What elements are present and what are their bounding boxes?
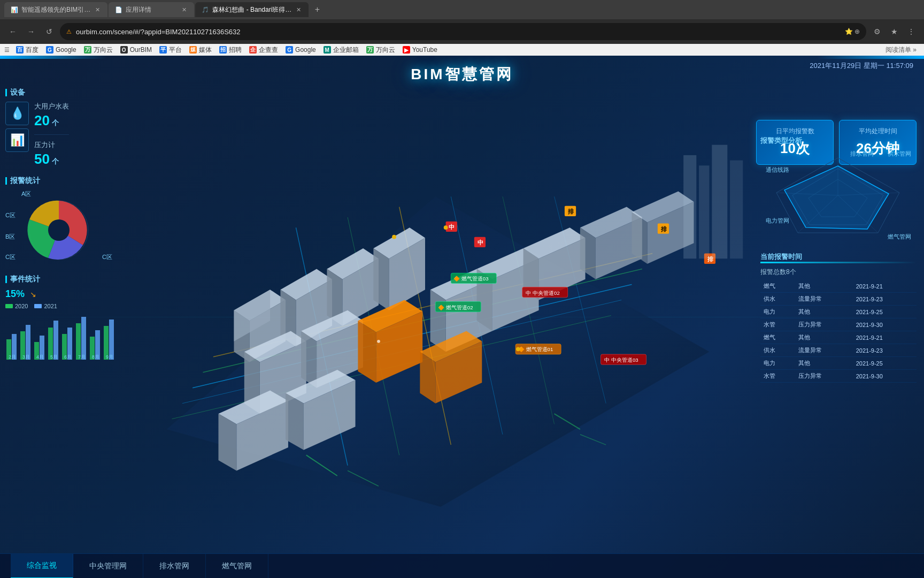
svg-marker-58 xyxy=(373,248,389,310)
left-panel: 设备 💧 📊 大用户水表 xyxy=(0,56,134,578)
alert-subtype-7: 其他 xyxy=(795,357,852,370)
nav-tab-drainage[interactable]: 排水管网 xyxy=(143,554,206,579)
bookmark-google2[interactable]: G Google xyxy=(282,45,319,55)
alert-type-6: 供水 xyxy=(760,344,795,357)
wanxiangyun-icon: 万 xyxy=(84,46,91,54)
svg-rect-17 xyxy=(109,320,114,360)
svg-text:3月: 3月 xyxy=(22,354,30,360)
tab-close-app[interactable]: ✕ xyxy=(180,6,188,13)
pressure-unit: 个 xyxy=(52,157,59,166)
svg-point-119 xyxy=(377,340,380,343)
extensions-button[interactable]: ⚙ xyxy=(869,24,884,39)
back-button[interactable]: ← xyxy=(5,24,20,39)
bookmark-wanxiangyun[interactable]: 万 万向云 xyxy=(81,44,116,56)
bookmark-qicha[interactable]: 企 企查查 xyxy=(246,44,281,56)
bookmark-wanxiangyun2[interactable]: 万 万向云 xyxy=(363,44,398,56)
scene-3d[interactable]: 排 排 排 中 中 🔶 燃气管道03 🔶 燃气管道02 xyxy=(128,93,753,553)
radar-svg xyxy=(760,150,915,241)
alert-date-5: 2021-9-21 xyxy=(853,331,917,344)
svg-text:🔶 燃气管道01: 🔶 燃气管道01 xyxy=(518,346,553,353)
alert-time-bar xyxy=(760,262,917,263)
zone-c2: C区 xyxy=(5,253,16,261)
legend-2021: 2021 xyxy=(34,303,57,309)
forward-button[interactable]: → xyxy=(24,24,38,39)
new-tab-button[interactable]: + xyxy=(310,2,325,17)
nav-tab-comprehensive[interactable]: 综合监视 xyxy=(11,554,73,579)
svg-line-114 xyxy=(580,435,606,445)
svg-rect-13 xyxy=(81,317,86,360)
table-row: 供水 流量异常 2021-9-23 xyxy=(760,344,917,357)
alert-table: 燃气 其他 2021-9-21 供水 流量异常 2021-9-23 电力 其他 xyxy=(760,280,917,383)
bim-main: BIM智慧管网 2021年11月29日 星期一 11:57:09 日平均报警数 … xyxy=(0,56,924,578)
svg-text:🔶 燃气管道03: 🔶 燃气管道03 xyxy=(453,276,488,282)
table-row: 燃气 其他 2021-9-21 xyxy=(760,331,917,344)
alert-date-2: 2021-9-23 xyxy=(853,293,917,306)
address-bar[interactable]: ⚠ ourbim.com/scene/#/?appid=BIM202110271… xyxy=(60,23,866,40)
analysis-title: 报警类型分析 xyxy=(760,136,917,146)
legend-dot-2020 xyxy=(5,304,13,308)
google-icon2: G xyxy=(286,46,293,54)
alert-type-2: 供水 xyxy=(760,293,795,306)
nav-tab-gas[interactable]: 燃气管网 xyxy=(206,554,268,579)
table-row: 电力 其他 2021-9-25 xyxy=(760,357,917,370)
svg-text:中 中央管道02: 中 中央管道02 xyxy=(526,290,559,296)
svg-text:🔶 燃气管道02: 🔶 燃气管道02 xyxy=(438,305,473,311)
bookmarks-label: ☰ xyxy=(4,47,10,54)
reload-button[interactable]: ↺ xyxy=(42,24,57,39)
wanxiangyun-icon2: 万 xyxy=(366,46,374,54)
bookmark-baidu[interactable]: 百 百度 xyxy=(13,44,42,56)
pressure-value: 50 个 xyxy=(34,151,69,168)
google-icon1: G xyxy=(46,46,53,54)
zone-b: B区 xyxy=(5,233,15,241)
alert-type-4: 水管 xyxy=(760,318,795,331)
alert-date-8: 2021-9-30 xyxy=(853,370,917,383)
alert-date-4: 2021-9-30 xyxy=(853,318,917,331)
tab-close-bim[interactable]: ✕ xyxy=(94,6,101,13)
tab-close-music[interactable]: ✕ xyxy=(295,6,302,13)
pressure-meter-icon: 📊 xyxy=(5,128,29,152)
svg-text:5月: 5月 xyxy=(50,354,58,360)
bookmark-button[interactable]: ★ xyxy=(887,24,902,39)
equipment-section: 设备 💧 📊 大用户水表 xyxy=(5,88,128,168)
reading-mode-button[interactable]: 阅读清单 » xyxy=(882,44,920,56)
bottom-nav: 综合监视 中央管理网 排水管网 燃气管网 xyxy=(0,553,924,578)
alert-subtype-2: 流量异常 xyxy=(795,293,852,306)
tab-bar: 📊 智能遥感领先的BIM引… ✕ 📄 应用详情 ✕ 🎵 森林幻想曲 - Band… xyxy=(0,0,924,19)
alert-subtype-1: 其他 xyxy=(795,280,852,293)
alert-date-6: 2021-9-23 xyxy=(853,344,917,357)
pie-chart-svg xyxy=(21,193,96,268)
bookmark-email[interactable]: M 企业邮箱 xyxy=(320,44,362,56)
alert-analysis: 报警类型分析 供水管网 排水管网 燃气管网 电力管网 通信线路 xyxy=(760,136,917,383)
bim-app: ☰ 百 百度 G Google 万 万向云 O OurBIM 平 平台 媒 媒体… xyxy=(0,44,924,578)
svg-text:排: 排 xyxy=(660,226,667,232)
alert-date-1: 2021-9-21 xyxy=(853,280,917,293)
bookmark-recruit[interactable]: 招 招聘 xyxy=(216,44,245,56)
incident-stats-section: 事件统计 15% ↘ 2020 2021 xyxy=(5,275,128,363)
right-panel: 报警类型分析 供水管网 排水管网 燃气管网 电力管网 通信线路 xyxy=(753,56,924,578)
recruit-icon: 招 xyxy=(219,46,227,54)
pie-chart-container: C区 B区 A区 C区 C区 xyxy=(5,190,112,270)
tab-music[interactable]: 🎵 森林幻想曲 - Bandari班得… ✕ xyxy=(195,2,309,17)
bookmark-media[interactable]: 媒 媒体 xyxy=(186,44,215,56)
bookmark-ourbim[interactable]: O OurBIM xyxy=(117,45,155,55)
alert-stats-section: 报警统计 C区 B区 A区 C区 C区 xyxy=(5,176,128,270)
nav-tab-central[interactable]: 中央管理网 xyxy=(73,554,143,579)
table-row: 供水 流量异常 2021-9-23 xyxy=(760,293,917,306)
page-title: BIM智慧管网 xyxy=(411,64,513,85)
security-icon: ⚠ xyxy=(66,28,72,35)
radar-chart-area: 供水管网 排水管网 燃气管网 电力管网 通信线路 xyxy=(760,150,917,246)
tab-app[interactable]: 📄 应用详情 ✕ xyxy=(109,2,194,17)
address-bar-actions: ⭐ ⊕ xyxy=(845,28,860,35)
bookmark-google[interactable]: G Google xyxy=(43,45,80,55)
equipment-icons: 💧 📊 xyxy=(5,102,29,155)
tab-bim[interactable]: 📊 智能遥感领先的BIM引… ✕ xyxy=(4,2,107,17)
svg-text:6月: 6月 xyxy=(64,354,72,360)
email-icon: M xyxy=(324,46,331,54)
bookmark-platform[interactable]: 平 平台 xyxy=(156,44,185,56)
alert-subtype-3: 其他 xyxy=(795,306,852,318)
svg-text:2月: 2月 xyxy=(9,354,16,360)
bar-legend: 2020 2021 xyxy=(5,303,128,309)
bookmark-youtube[interactable]: ▶ YouTube xyxy=(399,45,441,55)
menu-button[interactable]: ⋮ xyxy=(904,24,919,39)
bg-buildings xyxy=(683,145,743,259)
